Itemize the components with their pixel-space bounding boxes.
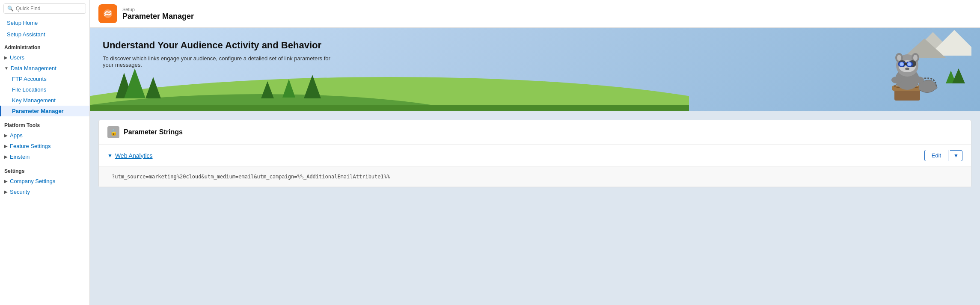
main-area: Setup Parameter Manager Understand Your … [90, 0, 980, 305]
analytics-row-web-analytics: ▼ Web Analytics Edit ▼ ?utm_source=marke… [99, 145, 971, 187]
section-header-platform-tools: Platform Tools [0, 118, 89, 130]
svg-point-33 [900, 63, 903, 65]
sidebar-item-security-label: Security [10, 189, 30, 195]
sidebar-section-settings: Settings ▶ Company Settings ▶ Security [0, 164, 89, 197]
chevron-right-icon-apps: ▶ [4, 133, 8, 138]
hero-banner: Understand Your Audience Activity and Be… [90, 28, 980, 111]
sidebar-item-feature-settings[interactable]: ▶ Feature Settings [0, 141, 89, 151]
analytics-row-header: ▼ Web Analytics Edit ▼ [99, 145, 971, 166]
sidebar-item-apps[interactable]: ▶ Apps [0, 130, 89, 141]
chevron-right-icon-einstein: ▶ [4, 154, 8, 159]
sidebar-item-users[interactable]: ▶ Users [0, 52, 89, 63]
svg-marker-14 [952, 68, 965, 83]
svg-rect-30 [904, 63, 907, 65]
svg-point-37 [914, 77, 924, 83]
chevron-right-icon-company: ▶ [4, 179, 8, 184]
edit-dropdown-button[interactable]: ▼ [950, 150, 962, 161]
mascot [834, 28, 971, 111]
sidebar-sub-key-management[interactable]: Key Management [0, 95, 89, 106]
sidebar-sub-file-locations[interactable]: File Locations [0, 84, 89, 95]
search-input[interactable] [16, 6, 82, 12]
svg-point-24 [913, 55, 918, 61]
setup-label: Setup [122, 7, 194, 12]
search-box[interactable]: 🔍 [3, 3, 86, 14]
svg-rect-9 [90, 105, 689, 111]
top-header: Setup Parameter Manager [90, 0, 980, 28]
svg-point-35 [905, 68, 909, 70]
chevron-right-icon: ▶ [4, 55, 8, 60]
hero-title: Understand Your Audience Activity and Be… [103, 40, 342, 51]
row-right: Edit ▼ [924, 150, 962, 161]
lock-icon: 🔒 [107, 126, 119, 138]
sidebar-link-setup-home[interactable]: Setup Home [0, 17, 89, 29]
chevron-right-icon-security: ▶ [4, 190, 8, 194]
web-analytics-link[interactable]: Web Analytics [115, 152, 153, 159]
app-logo [98, 4, 117, 23]
sidebar-item-security[interactable]: ▶ Security [0, 187, 89, 197]
sidebar-top-links: Setup Home Setup Assistant [0, 17, 89, 40]
sidebar-item-data-management-label: Data Management [11, 65, 56, 71]
sidebar-item-feature-settings-label: Feature Settings [10, 143, 50, 149]
sidebar-section-platform-tools: Platform Tools ▶ Apps ▶ Feature Settings… [0, 118, 89, 162]
section-header-settings: Settings [0, 164, 89, 176]
chevron-down-icon: ▼ [4, 66, 9, 71]
chevron-down-web-analytics[interactable]: ▼ [107, 153, 113, 159]
svg-point-22 [897, 55, 901, 61]
svg-point-34 [908, 63, 911, 65]
content-area: 🔒 Parameter Strings ▼ Web Analytics Edit… [90, 111, 980, 305]
logo-icon [102, 8, 114, 20]
sidebar-item-einstein[interactable]: ▶ Einstein [0, 151, 89, 162]
param-strings-title: Parameter Strings [124, 128, 183, 136]
sidebar-sub-ftp-accounts[interactable]: FTP Accounts [0, 74, 89, 84]
chevron-right-icon-feature: ▶ [4, 144, 8, 148]
analytics-row-content: ?utm_source=marketing%20cloud&utm_medium… [99, 166, 971, 187]
sidebar-item-company-settings-label: Company Settings [10, 178, 55, 184]
sidebar-item-company-settings[interactable]: ▶ Company Settings [0, 176, 89, 187]
section-header-administration: Administration [0, 40, 89, 52]
title-block: Setup Parameter Manager [122, 7, 194, 21]
sidebar-link-setup-assistant[interactable]: Setup Assistant [0, 29, 89, 40]
sidebar-item-apps-label: Apps [10, 132, 23, 139]
hero-subtitle: To discover which links engage your audi… [103, 55, 342, 68]
param-strings-header: 🔒 Parameter Strings [99, 120, 971, 145]
search-icon: 🔍 [7, 6, 14, 12]
sidebar-section-administration: Administration ▶ Users ▼ Data Management… [0, 40, 89, 116]
param-strings-section: 🔒 Parameter Strings ▼ Web Analytics Edit… [98, 120, 971, 187]
sidebar-sub-parameter-manager[interactable]: Parameter Manager [0, 106, 89, 116]
sidebar-item-users-label: Users [10, 54, 24, 61]
sidebar-item-einstein-label: Einstein [10, 154, 30, 160]
edit-button[interactable]: Edit [924, 150, 948, 161]
page-title: Parameter Manager [122, 12, 194, 21]
svg-point-36 [891, 77, 902, 83]
sidebar-item-data-management[interactable]: ▼ Data Management [0, 63, 89, 74]
sidebar: 🔍 Setup Home Setup Assistant Administrat… [0, 0, 90, 305]
row-left: ▼ Web Analytics [107, 152, 153, 159]
hero-text: Understand Your Audience Activity and Be… [103, 40, 342, 68]
mascot-svg [834, 28, 971, 111]
